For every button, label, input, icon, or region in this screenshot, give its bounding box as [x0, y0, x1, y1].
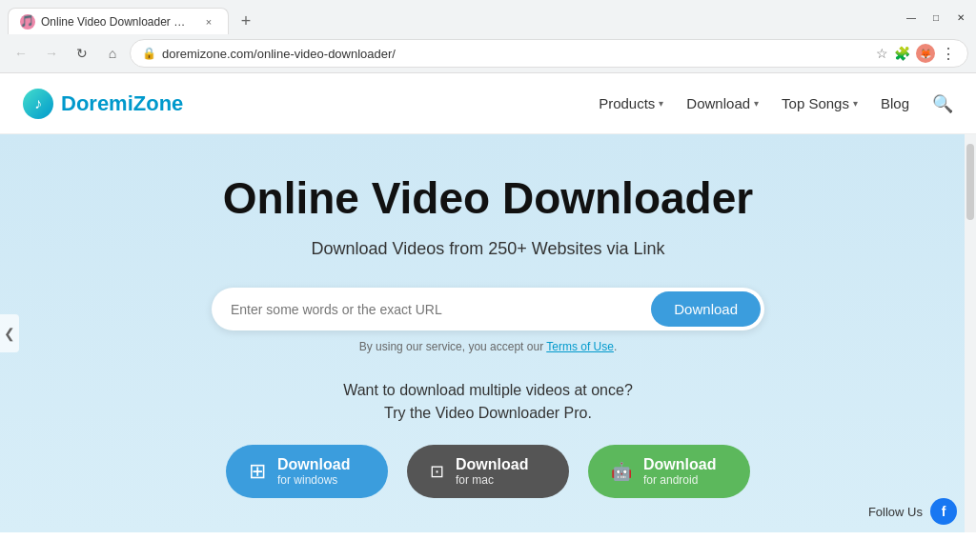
nav-products[interactable]: Products ▾: [599, 95, 663, 111]
hero-section: ❮ Online Video Downloader Download Video…: [0, 134, 976, 532]
page-wrapper: ❮ Online Video Downloader Download Video…: [0, 134, 976, 532]
search-input[interactable]: [231, 302, 651, 317]
download-chevron-icon: ▾: [754, 98, 759, 109]
profile-avatar[interactable]: 🦊: [916, 44, 935, 63]
terms-of-use-link[interactable]: Terms of Use: [546, 340, 614, 353]
browser-tab[interactable]: 🎵 Online Video Downloader 🏆 Do... ×: [8, 8, 229, 34]
top-songs-chevron-icon: ▾: [853, 98, 858, 109]
tab-close-button[interactable]: ×: [201, 14, 216, 30]
website-content: ♪ DoremiZone Products ▾ Download ▾ Top S…: [0, 73, 976, 532]
search-download-button[interactable]: Download: [651, 291, 761, 327]
logo-text: DoremiZone: [61, 91, 183, 116]
extensions-icon[interactable]: 🧩: [894, 46, 910, 61]
facebook-icon[interactable]: f: [930, 498, 957, 525]
mac-icon: ⊡: [430, 461, 444, 482]
address-text: doremizone.com/online-video-downloader/: [162, 47, 870, 61]
windows-icon: ⊞: [249, 459, 266, 484]
scrollbar-thumb[interactable]: [966, 144, 974, 220]
follow-us[interactable]: Follow Us f: [868, 498, 957, 525]
tab-favicon: 🎵: [20, 14, 35, 30]
nav-download[interactable]: Download ▾: [686, 95, 759, 111]
products-chevron-icon: ▾: [659, 98, 663, 109]
download-android-button[interactable]: 🤖 Download for android: [588, 445, 750, 498]
cta-text-1: Want to download multiple videos at once…: [19, 382, 957, 399]
back-button[interactable]: ←: [8, 40, 34, 67]
maximize-button[interactable]: □: [925, 6, 947, 29]
nav-top-songs[interactable]: Top Songs ▾: [782, 95, 858, 111]
new-tab-button[interactable]: +: [233, 8, 259, 34]
hero-title: Online Video Downloader: [19, 172, 957, 224]
address-bar[interactable]: 🔒 doremizone.com/online-video-downloader…: [130, 39, 968, 68]
minimize-button[interactable]: —: [900, 6, 923, 29]
download-mac-button[interactable]: ⊡ Download for mac: [407, 445, 569, 498]
hero-subtitle: Download Videos from 250+ Websites via L…: [19, 239, 957, 259]
search-icon[interactable]: 🔍: [932, 93, 953, 114]
cta-text-2: Try the Video Downloader Pro.: [19, 405, 957, 422]
download-buttons: ⊞ Download for windows ⊡ Download for ma…: [19, 445, 957, 498]
scrollbar[interactable]: [965, 134, 976, 532]
window-controls: — □ ✕: [896, 2, 976, 32]
bookmark-icon[interactable]: ☆: [876, 46, 888, 61]
browser-window: 🎵 Online Video Downloader 🏆 Do... × + — …: [0, 0, 976, 532]
follow-us-label: Follow Us: [868, 505, 923, 519]
lock-icon: 🔒: [142, 47, 156, 60]
refresh-button[interactable]: ↻: [69, 40, 95, 67]
navbar: ♪ DoremiZone Products ▾ Download ▾ Top S…: [0, 73, 976, 134]
home-button[interactable]: ⌂: [99, 40, 126, 67]
logo-icon: ♪: [23, 89, 53, 119]
download-windows-button[interactable]: ⊞ Download for windows: [226, 445, 388, 498]
android-icon: 🤖: [611, 461, 632, 482]
browser-menu-button[interactable]: ⋮: [941, 45, 956, 63]
left-arrow-button[interactable]: ❮: [0, 314, 19, 352]
terms-text: By using our service, you accept our Ter…: [19, 340, 957, 353]
nav-links: Products ▾ Download ▾ Top Songs ▾ Blog 🔍: [599, 93, 953, 114]
forward-button[interactable]: →: [38, 40, 65, 67]
nav-blog[interactable]: Blog: [881, 95, 909, 111]
close-button[interactable]: ✕: [949, 6, 972, 29]
logo[interactable]: ♪ DoremiZone: [23, 89, 183, 119]
search-bar: Download: [212, 288, 764, 330]
tab-title: Online Video Downloader 🏆 Do...: [41, 15, 193, 29]
